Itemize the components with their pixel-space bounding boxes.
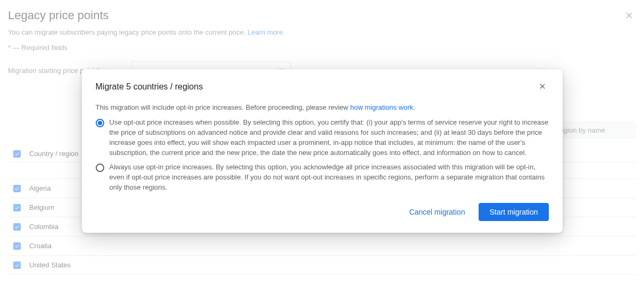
modal-overlay: Migrate 5 countries / regions This migra… [0, 0, 644, 302]
cancel-button[interactable]: Cancel migration [402, 203, 472, 221]
opt-out-radio[interactable] [96, 119, 104, 127]
start-migration-button[interactable]: Start migration [479, 203, 548, 221]
close-icon[interactable] [536, 80, 549, 94]
dialog-intro: This migration will include opt-in price… [96, 103, 549, 113]
opt-in-radio[interactable] [96, 164, 104, 172]
intro-suffix: . [413, 103, 415, 111]
opt-in-label: Always use opt-in price increases. By se… [110, 162, 549, 193]
migrate-dialog: Migrate 5 countries / regions This migra… [82, 69, 563, 233]
how-migrations-work-link[interactable]: how migrations work [350, 103, 414, 111]
intro-prefix: This migration will include opt-in price… [96, 103, 350, 111]
opt-out-label: Use opt-out price increases when possibl… [110, 118, 549, 158]
dialog-title: Migrate 5 countries / regions [96, 82, 203, 92]
